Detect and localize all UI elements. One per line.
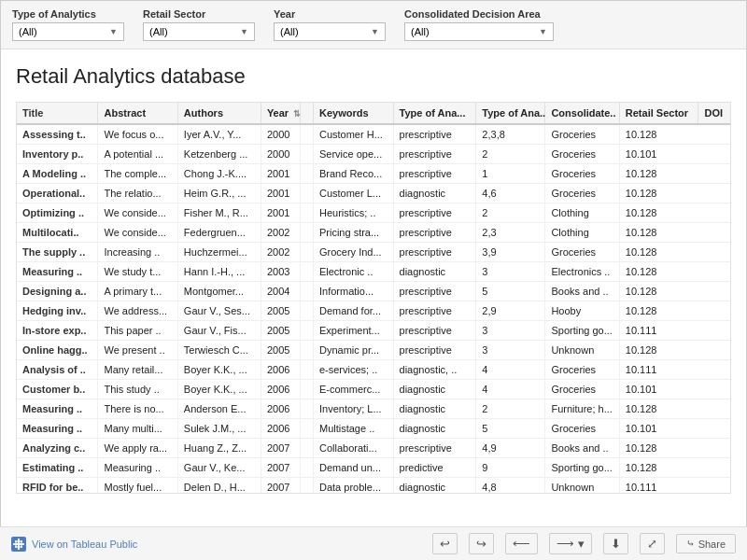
table-row[interactable]: Inventory p..A potential ...Ketzenberg .… xyxy=(17,145,730,164)
forward-button[interactable]: ⟶ ▾ xyxy=(549,533,592,554)
table-row[interactable]: Assessing t..We focus o...Iyer A.V., Y..… xyxy=(17,124,730,145)
table-cell: 10.101 xyxy=(619,419,698,439)
table-row[interactable]: Multilocati..We conside...Federgruen...2… xyxy=(17,223,730,243)
table-cell: 1 xyxy=(476,164,545,184)
download-button[interactable]: ⬇ xyxy=(603,533,628,554)
col-header-typeana1[interactable]: Type of Ana... xyxy=(393,103,476,124)
table-row[interactable]: Customer b..This study ..Boyer K.K., ...… xyxy=(17,380,730,399)
table-row[interactable]: Optimizing ..We conside...Fisher M., R..… xyxy=(17,203,730,223)
col-header-keywords[interactable]: Keywords xyxy=(313,103,393,124)
table-cell: Analyzing c.. xyxy=(17,439,98,458)
table-cell: 3 xyxy=(476,341,545,360)
table-cell xyxy=(301,164,314,184)
table-cell xyxy=(301,145,314,164)
table-cell: Unknown xyxy=(545,341,619,360)
share-icon: ⤷ xyxy=(686,538,695,550)
table-cell: Gaur V., Ke... xyxy=(177,458,261,478)
table-cell: 2007 xyxy=(261,478,300,495)
table-cell: 4 xyxy=(476,380,545,399)
table-row[interactable]: Designing a..A primary t...Montgomer...2… xyxy=(17,282,730,301)
share-button[interactable]: ⤷ Share xyxy=(676,534,736,553)
table-cell: 5 xyxy=(476,419,545,439)
table-cell: Clothing xyxy=(545,223,619,243)
table-row[interactable]: Hedging inv..We address...Gaur V., Ses..… xyxy=(17,301,730,321)
col-header-title[interactable]: Title xyxy=(17,103,98,124)
table-row[interactable]: Online hagg..We present ..Terwiesch C...… xyxy=(17,341,730,360)
table-cell: Electronics .. xyxy=(545,262,619,282)
bottom-right-controls: ↩ ↪ ⟵ ⟶ ▾ ⬇ ⤢ ⤷ Share xyxy=(432,533,736,554)
table-row[interactable]: Measuring ..We study t...Hann I.-H., ...… xyxy=(17,262,730,282)
table-row[interactable]: A Modeling ..The comple...Chong J.-K....… xyxy=(17,164,730,184)
table-cell: This study .. xyxy=(98,380,177,399)
year-filter-select[interactable]: (All) ▼ xyxy=(274,22,386,41)
year-filter-arrow: ▼ xyxy=(371,27,379,36)
col-header-typeana2[interactable]: Type of Ana.. xyxy=(476,103,545,124)
table-cell: The comple... xyxy=(98,164,177,184)
table-row[interactable]: Analysis of ..Many retail...Boyer K.K., … xyxy=(17,360,730,380)
table-cell xyxy=(301,419,314,439)
col-header-doi[interactable]: DOI xyxy=(698,103,730,124)
table-cell xyxy=(301,380,314,399)
table-cell: 2 xyxy=(476,399,545,419)
table-cell xyxy=(301,184,314,203)
table-cell: 2005 xyxy=(261,301,300,321)
table-cell xyxy=(301,458,314,478)
table-cell: Huchzermei... xyxy=(177,243,261,262)
tableau-link[interactable]: View on Tableau Public xyxy=(11,537,137,552)
table-row[interactable]: In-store exp..This paper ..Gaur V., Fis.… xyxy=(17,321,730,341)
table-cell: 2000 xyxy=(261,124,300,145)
analytics-filter-select[interactable]: (All) ▼ xyxy=(12,22,124,41)
table-cell: 2006 xyxy=(261,419,300,439)
consolidated-filter-select[interactable]: (All) ▼ xyxy=(404,22,554,41)
table-header: Title Abstract Authors Year ⇅ Keywords T… xyxy=(17,103,730,124)
table-cell: Hooby xyxy=(545,301,619,321)
table-cell: Measuring .. xyxy=(98,458,177,478)
col-header-authors[interactable]: Authors xyxy=(177,103,261,124)
analytics-filter-group: Type of Analytics (All) ▼ xyxy=(12,8,124,41)
table-row[interactable]: RFID for be..Mostly fuel...Delen D., H..… xyxy=(17,478,730,495)
table-cell: Increasing .. xyxy=(98,243,177,262)
col-header-consol[interactable]: Consolidate.. xyxy=(545,103,619,124)
table-row[interactable]: Measuring ..There is no...Anderson E...2… xyxy=(17,399,730,419)
tableau-link-label: View on Tableau Public xyxy=(32,539,137,550)
filter-bar: Type of Analytics (All) ▼ Retail Sector … xyxy=(1,1,746,49)
data-table-container[interactable]: Title Abstract Authors Year ⇅ Keywords T… xyxy=(16,102,731,494)
table-row[interactable]: Measuring ..Many multi...Sulek J.M., ...… xyxy=(17,419,730,439)
table-row[interactable]: Operational..The relatio...Heim G.R., ..… xyxy=(17,184,730,203)
col-header-abstract[interactable]: Abstract xyxy=(98,103,177,124)
table-cell xyxy=(301,223,314,243)
table-cell xyxy=(301,203,314,223)
table-cell: Books and .. xyxy=(545,282,619,301)
retail-filter-select[interactable]: (All) ▼ xyxy=(143,22,255,41)
table-cell: Gaur V., Fis... xyxy=(177,321,261,341)
table-cell: 4,9 xyxy=(476,439,545,458)
table-row[interactable]: The supply ..Increasing ..Huchzermei...2… xyxy=(17,243,730,262)
col-header-retail[interactable]: Retail Sector xyxy=(619,103,698,124)
table-cell: 4 xyxy=(476,360,545,380)
undo-button[interactable]: ↩ xyxy=(432,533,458,554)
redo-button[interactable]: ↪ xyxy=(469,533,494,554)
table-cell: The relatio... xyxy=(98,184,177,203)
table-cell: diagnostic xyxy=(393,399,476,419)
table-cell: Many retail... xyxy=(98,360,177,380)
table-cell: Measuring .. xyxy=(17,399,98,419)
table-row[interactable]: Estimating ..Measuring ..Gaur V., Ke...2… xyxy=(17,458,730,478)
table-cell: 10.111 xyxy=(619,478,698,495)
table-cell: prescriptive xyxy=(393,282,476,301)
table-row[interactable]: Analyzing c..We apply ra...Huang Z., Z..… xyxy=(17,439,730,458)
table-cell: 2007 xyxy=(261,439,300,458)
table-cell: Furniture; h... xyxy=(545,399,619,419)
table-cell: Groceries xyxy=(545,419,619,439)
consolidated-filter-value: (All) xyxy=(411,26,430,37)
col-header-year[interactable]: Year ⇅ xyxy=(261,103,300,124)
table-cell xyxy=(301,399,314,419)
back-button[interactable]: ⟵ xyxy=(505,533,538,554)
table-cell: Chong J.-K.... xyxy=(177,164,261,184)
table-cell: Hedging inv.. xyxy=(17,301,98,321)
fullscreen-button[interactable]: ⤢ xyxy=(640,533,665,554)
retail-filter-value: (All) xyxy=(149,26,168,37)
table-cell: 9 xyxy=(476,458,545,478)
table-cell: Multilocati.. xyxy=(17,223,98,243)
table-cell: Clothing xyxy=(545,203,619,223)
col-header-extra xyxy=(301,103,314,124)
